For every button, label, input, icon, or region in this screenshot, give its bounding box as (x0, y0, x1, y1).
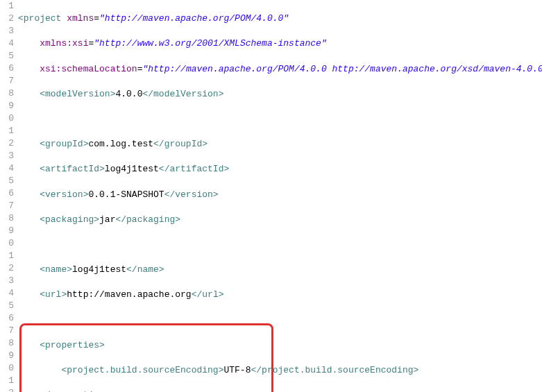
line-number: 4 (0, 287, 14, 300)
line-number: 0 (0, 112, 14, 125)
line-number: 8 (0, 87, 14, 100)
line-number: 7 (0, 200, 14, 212)
code-area[interactable]: <project xmlns="http://maven.apache.org/… (18, 0, 542, 392)
line-number: 0 (0, 237, 14, 250)
line-number: 2 (0, 387, 14, 392)
code-line: <packaging>jar</packaging> (18, 214, 542, 226)
code-line: <project xmlns="http://maven.apache.org/… (18, 12, 542, 25)
line-number: 7 (0, 325, 14, 337)
line-number: 2 (0, 137, 14, 150)
line-number: 1 (0, 250, 14, 262)
line-number-gutter: 1 2 3 4 5 6 7 8 9 0 1 2 3 4 5 6 7 8 9 0 … (0, 0, 18, 392)
line-number: 0 (0, 362, 14, 375)
line-number: 8 (0, 337, 14, 350)
code-line: xmlns:xsi="http://www.w3.org/2001/XMLSch… (18, 37, 542, 50)
code-line: <artifactId>log4j1test</artifactId> (18, 163, 542, 176)
line-number: 5 (0, 300, 14, 312)
line-number: 2 (0, 12, 14, 25)
line-number: 8 (0, 212, 14, 225)
line-number: 1 (0, 375, 14, 387)
code-line (18, 113, 542, 126)
line-number: 9 (0, 225, 14, 237)
line-number: 9 (0, 100, 14, 112)
code-line: <groupId>com.log.test</groupId> (18, 138, 542, 151)
code-line: </properties> (18, 389, 542, 392)
line-number: 3 (0, 25, 14, 37)
code-line: xsi:schemaLocation="http://maven.apache.… (18, 63, 542, 76)
code-line: <url>http://maven.apache.org</url> (18, 289, 542, 301)
code-editor: 1 2 3 4 5 6 7 8 9 0 1 2 3 4 5 6 7 8 9 0 … (0, 0, 542, 392)
line-number: 6 (0, 187, 14, 200)
line-number: 7 (0, 75, 14, 87)
line-number: 9 (0, 350, 14, 362)
line-number: 5 (0, 175, 14, 187)
line-number: 5 (0, 50, 14, 62)
code-line: <project.build.sourceEncoding>UTF-8</pro… (18, 364, 542, 377)
line-number: 2 (0, 262, 14, 275)
code-line: <name>log4j1test</name> (18, 264, 542, 276)
line-number: 4 (0, 37, 14, 50)
line-number: 6 (0, 62, 14, 75)
line-number: 4 (0, 162, 14, 175)
code-line: <version>0.0.1-SNAPSHOT</version> (18, 189, 542, 201)
line-number: 6 (0, 312, 14, 325)
line-number: 3 (0, 275, 14, 287)
code-line (18, 314, 542, 326)
line-number: 1 (0, 0, 14, 12)
line-number: 3 (0, 150, 14, 162)
code-line: <modelVersion>4.0.0</modelVersion> (18, 88, 542, 101)
code-line: <properties> (18, 339, 542, 352)
code-line (18, 239, 542, 251)
line-number: 1 (0, 125, 14, 137)
